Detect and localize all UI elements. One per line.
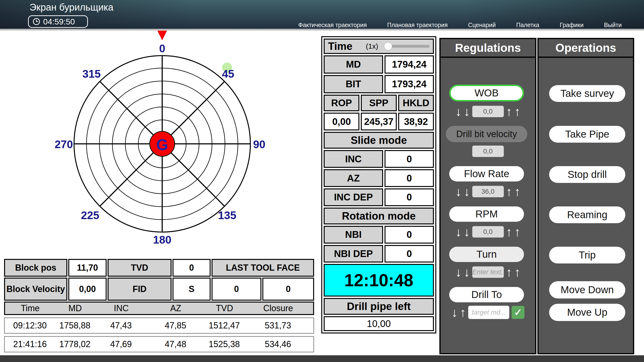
survey-table: Block pos 11,70 TVD 0 LAST TOOL FACE Blo… xyxy=(4,259,314,355)
nav-exit[interactable]: Выйти xyxy=(604,22,622,29)
turn-button[interactable]: Turn xyxy=(449,247,524,262)
trip-button[interactable]: Trip xyxy=(549,247,625,263)
clock-icon xyxy=(32,18,40,26)
az-value: 0 xyxy=(384,169,434,187)
nbi-dep-value: 0 xyxy=(384,245,434,263)
flow-rate-button[interactable]: Flow Rate xyxy=(449,166,524,181)
col-az: AZ xyxy=(148,302,204,314)
survey-row-2: 21:41:16 1778,02 47,69 47,48 1525,38 534… xyxy=(4,336,314,352)
time-speed-slider[interactable] xyxy=(385,45,430,48)
operations-header: Operations xyxy=(538,39,633,58)
spp-value: 245,37 xyxy=(361,113,396,130)
drill-to-decrease-button[interactable]: ↓ xyxy=(452,306,458,319)
flow-rate-increase-fast-button[interactable]: ↑ xyxy=(514,185,520,198)
turn-decrease-button[interactable]: ↓ xyxy=(464,266,470,278)
wob-decrease-fast-button[interactable]: ↓ xyxy=(456,105,462,118)
stop-drill-button[interactable]: Stop drill xyxy=(549,166,625,183)
col-md: MD xyxy=(55,302,95,314)
nav-palette[interactable]: Палетка xyxy=(516,22,539,29)
drill-pipe-left-value: 10,00 xyxy=(324,316,434,331)
turn-input[interactable] xyxy=(472,266,504,278)
drill-bit-velocity-input[interactable] xyxy=(472,146,504,157)
rpm-decrease-fast-button[interactable]: ↓ xyxy=(456,226,462,238)
drill-to-button[interactable]: Drill To xyxy=(449,287,524,302)
block-pos-label: Block pos xyxy=(4,259,67,277)
rpm-button[interactable]: RPM xyxy=(449,206,524,222)
polar-label-225: 225 xyxy=(81,209,100,221)
simulation-clock: 12:10:48 xyxy=(324,264,434,296)
block-velocity-label: Block Velocity xyxy=(4,278,67,301)
block-pos-value: 11,70 xyxy=(68,259,106,277)
flow-rate-increase-button[interactable]: ↑ xyxy=(506,185,512,198)
last-tool-face-value-1: 0 xyxy=(212,278,262,301)
row1-closure: 531,73 xyxy=(245,318,311,333)
nav-scenario[interactable]: Сценарий xyxy=(468,22,496,29)
polar-label-45: 45 xyxy=(222,68,234,80)
col-inc: INC xyxy=(95,302,148,314)
col-tvd: TVD xyxy=(204,302,245,314)
operations-panel: Operations Take survey Take Pipe Stop dr… xyxy=(538,38,634,354)
rpm-input[interactable] xyxy=(472,226,504,238)
last-tool-face-label: LAST TOOL FACE xyxy=(212,259,314,277)
tvd-label: TVD xyxy=(108,259,172,277)
flow-rate-input[interactable] xyxy=(472,186,504,197)
rpm-decrease-button[interactable]: ↓ xyxy=(464,226,470,238)
nav-planned-trajectory[interactable]: Плановая траектория xyxy=(387,22,448,29)
col-closure: Closure xyxy=(245,302,311,314)
wob-decrease-button[interactable]: ↓ xyxy=(464,105,470,118)
turn-decrease-fast-button[interactable]: ↓ xyxy=(456,266,462,278)
take-survey-button[interactable]: Take survey xyxy=(549,85,625,102)
nav-charts[interactable]: Графики xyxy=(560,22,584,29)
time-speed-slider-thumb[interactable] xyxy=(384,42,392,50)
rop-label: ROP xyxy=(324,95,360,112)
rpm-increase-button[interactable]: ↑ xyxy=(506,226,512,238)
row1-md: 1758,88 xyxy=(55,318,95,333)
move-up-button[interactable]: Move Up xyxy=(549,304,625,321)
hkld-value: 38,92 xyxy=(398,113,434,130)
bit-value: 1793,24 xyxy=(384,75,434,93)
row2-inc: 47,69 xyxy=(95,337,147,352)
row2-az: 47,48 xyxy=(147,337,204,352)
take-pipe-button[interactable]: Take Pipe xyxy=(549,126,625,143)
wob-input[interactable] xyxy=(472,106,504,117)
spp-label: SPP xyxy=(361,95,396,112)
turn-increase-fast-button[interactable]: ↑ xyxy=(514,266,520,278)
tool-face-polar-chart: 0 45 90 135 180 225 270 315 G xyxy=(55,26,266,244)
nav-actual-trajectory[interactable]: Фактическая траектория xyxy=(298,22,367,29)
drill-to-increase-button[interactable]: ↑ xyxy=(460,306,466,319)
rpm-stepper: ↓ ↓ ↑ ↑ xyxy=(440,226,535,238)
turn-stepper: ↓ ↓ ↑ ↑ xyxy=(440,266,535,278)
bit-label: BIT xyxy=(324,75,383,93)
turn-increase-button[interactable]: ↑ xyxy=(506,266,512,278)
speed-multiplier: (1x) xyxy=(366,42,378,50)
row2-md: 1778,02 xyxy=(55,337,95,352)
wob-button[interactable]: WOB xyxy=(449,85,524,101)
rpm-increase-fast-button[interactable]: ↑ xyxy=(514,226,520,238)
wob-increase-fast-button[interactable]: ↑ xyxy=(514,105,520,118)
drill-bit-velocity-field xyxy=(440,146,535,157)
flow-rate-decrease-fast-button[interactable]: ↓ xyxy=(456,185,462,198)
drill-to-confirm-button[interactable]: ✓ xyxy=(512,306,524,319)
drill-bit-velocity-button[interactable]: Drill bit velocity xyxy=(446,126,527,142)
top-bar: Экран бурильщика 04:59:50 Фактическая тр… xyxy=(0,0,644,29)
move-down-button[interactable]: Move Down xyxy=(549,281,625,298)
nbi-value: 0 xyxy=(384,226,434,244)
flow-rate-decrease-button[interactable]: ↓ xyxy=(464,185,470,198)
wob-increase-button[interactable]: ↑ xyxy=(506,105,512,118)
block-velocity-value: 0,00 xyxy=(68,278,106,301)
drill-to-target-input[interactable] xyxy=(468,306,509,319)
inc-value: 0 xyxy=(384,150,434,168)
inc-label: INC xyxy=(324,150,383,168)
reaming-button[interactable]: Reaming xyxy=(549,206,625,223)
bottom-bar xyxy=(0,355,644,362)
check-icon: ✓ xyxy=(514,307,522,318)
drill-to-row: ↓ ↑ ✓ xyxy=(440,306,535,319)
wall-clock-value: 04:59:50 xyxy=(43,17,75,26)
rotation-mode-header: Rotation mode xyxy=(324,208,434,224)
wall-clock-button[interactable]: 04:59:50 xyxy=(28,15,88,28)
time-label: Time xyxy=(328,40,352,52)
nbi-label: NBI xyxy=(324,226,383,244)
flow-rate-stepper: ↓ ↓ ↑ ↑ xyxy=(440,185,535,198)
wob-stepper: ↓ ↓ ↑ ↑ xyxy=(440,105,535,118)
drill-pipe-left-label: Drill pipe left xyxy=(324,298,434,315)
